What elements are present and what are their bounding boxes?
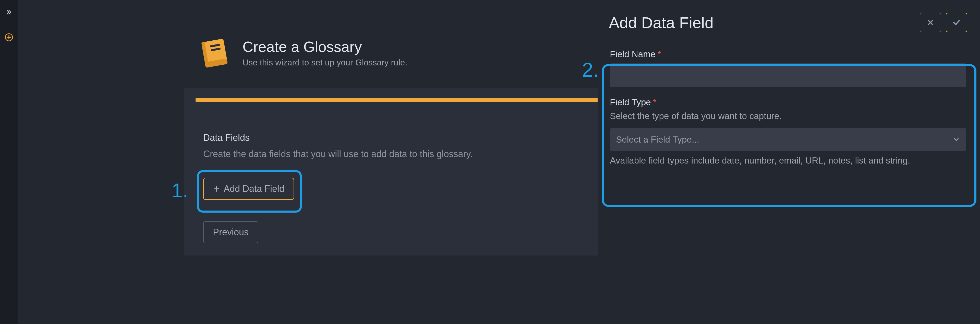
- field-type-select[interactable]: Select a Field Type...: [610, 128, 966, 151]
- main-content: Create a Glossary Use this wizard to set…: [18, 0, 598, 324]
- section-title: Data Fields: [203, 132, 598, 143]
- plus-icon: [213, 185, 220, 192]
- plus-circle-icon: [5, 33, 13, 41]
- field-type-hint: Available field types include date, numb…: [610, 155, 966, 166]
- panel-form: Field Name * Field Type * Select the typ…: [604, 40, 972, 177]
- previous-button-label: Previous: [213, 227, 249, 238]
- panel-confirm-button[interactable]: [946, 13, 967, 32]
- add-button[interactable]: [4, 33, 14, 42]
- field-name-input[interactable]: [610, 63, 966, 87]
- wizard-progress-bar: [196, 98, 598, 102]
- close-icon: [926, 18, 935, 27]
- chevron-down-icon: [953, 136, 960, 144]
- wizard-subtitle: Use this wizard to set up your Glossary …: [242, 58, 407, 67]
- add-data-field-panel: Add Data Field Field Name *: [598, 0, 980, 324]
- callout-number-2: 2.: [582, 58, 598, 81]
- required-marker: *: [653, 97, 657, 107]
- wizard-title: Create a Glossary: [242, 38, 407, 55]
- glossary-book-icon: [197, 35, 232, 70]
- field-name-label: Field Name *: [610, 49, 966, 59]
- required-marker: *: [658, 49, 661, 59]
- wizard-card: Data Fields Create the data fields that …: [184, 88, 598, 255]
- wizard-header: Create a Glossary Use this wizard to set…: [197, 35, 407, 70]
- previous-button[interactable]: Previous: [203, 221, 258, 243]
- field-type-label-text: Field Type: [610, 97, 651, 107]
- section-description: Create the data fields that you will use…: [203, 149, 598, 160]
- field-name-label-text: Field Name: [610, 49, 655, 59]
- panel-cancel-button[interactable]: [920, 13, 941, 32]
- field-type-help: Select the type of data you want to capt…: [610, 111, 966, 121]
- field-type-label: Field Type *: [610, 97, 966, 107]
- callout-number-1: 1.: [172, 179, 188, 202]
- chevrons-right-icon: [5, 8, 13, 16]
- add-data-field-button[interactable]: Add Data Field: [203, 178, 294, 200]
- check-icon: [952, 18, 961, 27]
- field-type-placeholder: Select a Field Type...: [616, 134, 699, 145]
- add-data-field-label: Add Data Field: [224, 184, 285, 194]
- sidebar: [0, 0, 18, 324]
- panel-title: Add Data Field: [609, 14, 713, 32]
- expand-sidebar-button[interactable]: [4, 8, 14, 17]
